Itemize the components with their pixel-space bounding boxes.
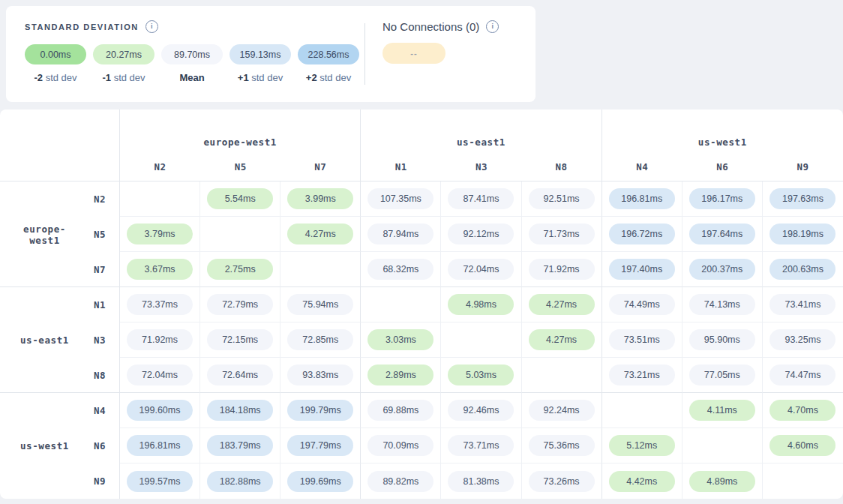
info-icon[interactable]: i: [146, 20, 158, 33]
latency-pill[interactable]: 198.19ms: [770, 224, 836, 244]
latency-pill[interactable]: 81.38ms: [448, 471, 514, 492]
matrix-cell: 4.70ms: [763, 393, 843, 428]
latency-pill[interactable]: 5.03ms: [448, 364, 514, 386]
latency-pill[interactable]: 95.90ms: [689, 329, 755, 350]
matrix-cell: 73.41ms: [763, 287, 843, 322]
latency-pill[interactable]: 92.24ms: [529, 400, 595, 421]
latency-pill[interactable]: 196.72ms: [609, 224, 675, 244]
row-node-label: N9: [80, 476, 119, 487]
latency-pill[interactable]: 199.69ms: [287, 471, 353, 492]
latency-pill[interactable]: 199.57ms: [127, 471, 193, 492]
latency-pill[interactable]: 5.54ms: [207, 188, 273, 209]
latency-pill[interactable]: 4.27ms: [529, 294, 595, 315]
latency-pill[interactable]: 73.21ms: [609, 364, 675, 386]
latency-pill[interactable]: 93.25ms: [770, 329, 836, 350]
latency-pill[interactable]: 3.79ms: [127, 224, 193, 244]
latency-pill[interactable]: 70.09ms: [368, 435, 434, 456]
latency-pill[interactable]: 72.04ms: [127, 364, 193, 386]
legend-label-row: -2 std dev-1 std devMean+1 std dev+2 std…: [25, 72, 364, 83]
latency-pill[interactable]: 73.71ms: [448, 435, 514, 456]
latency-pill[interactable]: 92.46ms: [448, 400, 514, 421]
latency-pill[interactable]: 89.82ms: [368, 471, 434, 492]
latency-pill[interactable]: 196.81ms: [609, 188, 675, 209]
latency-pill[interactable]: 72.85ms: [287, 329, 353, 350]
node-header-N1: N1: [361, 153, 441, 182]
latency-pill[interactable]: 4.11ms: [689, 400, 755, 421]
latency-pill[interactable]: 183.79ms: [207, 435, 273, 456]
matrix-cell: [120, 182, 200, 217]
latency-pill[interactable]: 199.60ms: [127, 400, 193, 421]
latency-pill[interactable]: 4.98ms: [448, 294, 514, 315]
latency-pill[interactable]: 93.83ms: [287, 364, 353, 386]
corner-cell: [0, 153, 120, 182]
latency-pill[interactable]: 197.64ms: [689, 224, 755, 244]
matrix-cell: 183.79ms: [200, 428, 280, 464]
latency-pill[interactable]: 92.51ms: [529, 188, 595, 209]
latency-pill[interactable]: 68.32ms: [368, 259, 434, 280]
latency-pill[interactable]: 77.05ms: [689, 364, 755, 386]
latency-pill[interactable]: 74.13ms: [689, 294, 755, 315]
latency-pill[interactable]: 72.15ms: [207, 329, 273, 350]
latency-pill[interactable]: 3.67ms: [127, 259, 193, 280]
latency-pill[interactable]: 92.12ms: [448, 224, 514, 244]
latency-pill[interactable]: 73.51ms: [609, 329, 675, 350]
latency-pill[interactable]: 197.40ms: [609, 259, 675, 280]
latency-pill[interactable]: 5.12ms: [609, 435, 675, 456]
latency-pill[interactable]: 72.79ms: [207, 294, 273, 315]
latency-matrix: europe-west1us-east1us-west1N2N5N7N1N3N8…: [0, 110, 843, 499]
latency-pill[interactable]: 197.79ms: [287, 435, 353, 456]
latency-pill[interactable]: 200.63ms: [770, 259, 836, 280]
matrix-cell: 73.21ms: [602, 358, 682, 393]
latency-pill[interactable]: 73.41ms: [770, 294, 836, 315]
legend-pill: 228.56ms: [298, 44, 359, 64]
matrix-cell: 74.13ms: [682, 287, 763, 322]
row-node-label: N6: [80, 440, 119, 452]
latency-pill[interactable]: 72.04ms: [448, 259, 514, 280]
corner-cell: [0, 110, 120, 153]
latency-pill[interactable]: 74.49ms: [609, 294, 675, 315]
latency-pill[interactable]: 71.92ms: [529, 259, 595, 280]
matrix-cell: 81.38ms: [441, 464, 521, 499]
matrix-cell: 199.69ms: [280, 464, 361, 499]
latency-pill[interactable]: 4.42ms: [609, 471, 675, 492]
latency-pill[interactable]: 4.89ms: [689, 471, 755, 492]
matrix-cell: [522, 358, 602, 393]
matrix-cell: 197.79ms: [280, 428, 361, 464]
latency-pill[interactable]: 3.99ms: [287, 188, 353, 209]
latency-pill[interactable]: 71.92ms: [127, 329, 193, 350]
latency-pill[interactable]: 196.17ms: [689, 188, 755, 209]
latency-pill[interactable]: 182.88ms: [207, 471, 273, 492]
latency-pill[interactable]: 196.81ms: [127, 435, 193, 456]
latency-pill[interactable]: 4.60ms: [770, 435, 836, 456]
matrix-cell: 197.40ms: [602, 252, 682, 287]
legend-pill: 20.27ms: [93, 44, 154, 64]
latency-pill[interactable]: 69.88ms: [368, 400, 434, 421]
latency-pill[interactable]: 197.63ms: [770, 188, 836, 209]
latency-pill[interactable]: 73.37ms: [127, 294, 193, 315]
matrix-cell: 197.63ms: [763, 182, 843, 217]
info-icon[interactable]: i: [486, 20, 499, 33]
row-label: N7: [0, 252, 120, 287]
latency-pill[interactable]: 75.94ms: [287, 294, 353, 315]
latency-pill[interactable]: 73.26ms: [529, 471, 595, 492]
latency-pill[interactable]: 4.70ms: [770, 400, 836, 421]
latency-pill[interactable]: 107.35ms: [368, 188, 434, 209]
latency-pill[interactable]: 2.89ms: [368, 364, 434, 386]
latency-pill[interactable]: 87.94ms: [368, 224, 434, 244]
latency-pill[interactable]: 72.64ms: [207, 364, 273, 386]
node-header-N9: N9: [763, 153, 843, 182]
matrix-cell: 70.09ms: [361, 428, 441, 464]
matrix-cell: 93.25ms: [763, 322, 843, 358]
latency-pill[interactable]: 184.18ms: [207, 400, 273, 421]
latency-pill[interactable]: 74.47ms: [770, 364, 836, 386]
latency-pill[interactable]: 75.36ms: [529, 435, 595, 456]
latency-pill[interactable]: 4.27ms: [287, 224, 353, 244]
latency-pill[interactable]: 3.03ms: [368, 329, 434, 350]
latency-pill[interactable]: 71.73ms: [529, 224, 595, 244]
latency-pill[interactable]: 4.27ms: [529, 329, 595, 350]
matrix-cell: 2.89ms: [361, 358, 441, 393]
latency-pill[interactable]: 87.41ms: [448, 188, 514, 209]
latency-pill[interactable]: 2.75ms: [207, 259, 273, 280]
latency-pill[interactable]: 200.37ms: [689, 259, 755, 280]
latency-pill[interactable]: 199.79ms: [287, 400, 353, 421]
